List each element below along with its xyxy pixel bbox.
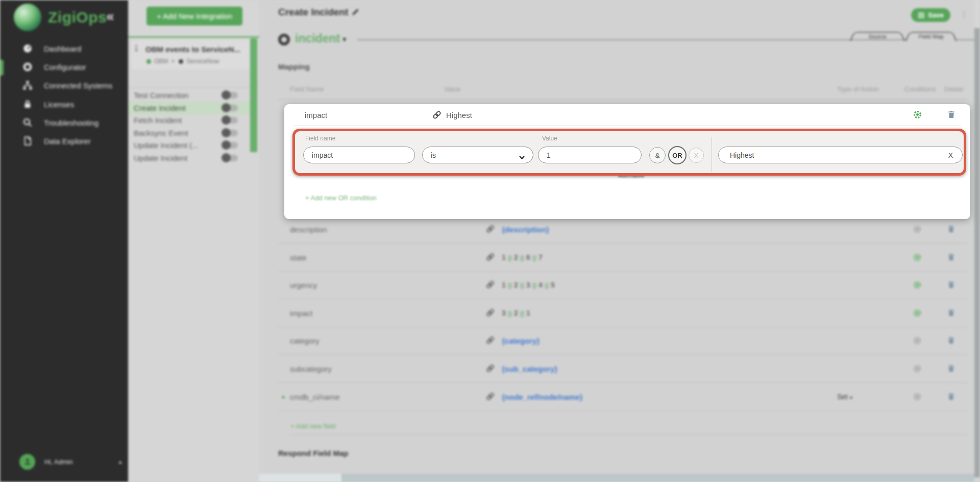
integration-item[interactable]	[131, 40, 256, 69]
delete-trash-icon[interactable]	[947, 109, 956, 119]
value-label: Value	[542, 135, 557, 142]
sidebar-item-licenses[interactable]: Licenses	[0, 95, 128, 113]
action-select[interactable]: Set ▾	[837, 393, 852, 401]
operation-test-connection[interactable]: Test Connection	[128, 89, 250, 102]
column-conditions: Conditions	[904, 85, 936, 93]
sidebar-item-connected-systems[interactable]: Connected Systems	[0, 76, 128, 94]
link-icon	[486, 225, 495, 233]
entity-icon	[278, 34, 290, 45]
integration-subtitle: OBM > ServiceNow	[146, 58, 219, 65]
operation-toggle[interactable]	[223, 105, 238, 111]
clear-value-icon[interactable]: X	[948, 151, 953, 159]
focus-row-value: Highest	[446, 111, 472, 119]
operation-update-incident-1[interactable]: Update Incident (...	[128, 139, 250, 152]
column-type-of-action: Type of Action	[837, 85, 879, 93]
conditions-gear-icon[interactable]	[913, 110, 922, 119]
user-greeting: Hi, Admin	[44, 458, 73, 466]
column-field-name: Field Name	[290, 85, 324, 93]
table-row-impact[interactable]: impact 3||2||1	[278, 299, 967, 327]
sidebar-item-dashboard[interactable]: Dashboard	[0, 39, 128, 58]
table-row-subcategory[interactable]: subcategory {sub_category}	[278, 355, 967, 383]
expand-arrow-icon[interactable]: ▸	[282, 393, 285, 400]
chevron-down-icon[interactable]: ▾	[342, 35, 347, 44]
column-value: Value	[444, 85, 460, 93]
conditions-gear-icon[interactable]	[913, 308, 922, 318]
drag-handle-icon[interactable]	[132, 44, 140, 66]
delete-trash-icon[interactable]	[947, 308, 955, 318]
list-divider	[128, 87, 259, 88]
tab-source[interactable]: Source	[850, 32, 905, 41]
lock-icon	[22, 99, 33, 109]
chevron-up-icon: ▴	[119, 459, 122, 465]
sidebar: ZigiOps « Dashboard Configurator Connect…	[0, 0, 128, 482]
conditions-gear-icon[interactable]	[913, 253, 922, 262]
sidebar-item-data-explorer[interactable]: Data Explorer	[0, 132, 128, 150]
operation-create-incident[interactable]: Create Incident	[128, 102, 250, 114]
sidebar-item-troubleshooting[interactable]: Troubleshooting	[0, 113, 128, 132]
kebab-menu-icon[interactable]: ⋮	[960, 9, 968, 20]
operation-toggle[interactable]	[223, 130, 238, 136]
delete-trash-icon[interactable]	[947, 364, 955, 373]
delete-trash-icon[interactable]	[947, 392, 955, 401]
sidebar-collapse-icon[interactable]: «	[106, 8, 114, 25]
dashboard-icon	[22, 43, 33, 54]
delete-trash-icon[interactable]	[947, 280, 955, 290]
conditions-gear-icon[interactable]	[913, 280, 922, 290]
conditions-gear-icon[interactable]	[913, 336, 922, 345]
operation-fetch-incident[interactable]: Fetch Incident	[128, 114, 250, 127]
and-condition-button[interactable]: &	[649, 147, 666, 163]
operation-toggle[interactable]	[223, 142, 238, 149]
operation-toggle[interactable]	[223, 117, 238, 124]
focus-row[interactable]: impact Highest	[293, 104, 961, 126]
link-icon	[486, 280, 495, 289]
operation-backsync-event[interactable]: Backsync Event	[128, 127, 250, 139]
conditions-gear-icon[interactable]	[913, 364, 922, 373]
chevron-down-icon	[519, 153, 525, 157]
focus-row-field: impact	[305, 111, 327, 119]
result-value-field[interactable]: Highest X	[718, 147, 963, 163]
integration-source: OBM	[154, 58, 168, 65]
vertical-scrollbar-thumb[interactable]	[974, 28, 980, 477]
sidebar-item-configurator[interactable]: Configurator	[0, 58, 128, 76]
operation-toggle[interactable]	[223, 92, 238, 99]
conditions-gear-icon[interactable]	[913, 392, 922, 401]
respond-field-map-title: Respond Field Map	[278, 449, 349, 457]
mapping-section-title: Mapping	[278, 62, 310, 71]
add-or-condition-link[interactable]: + Add new OR condition	[305, 194, 377, 202]
add-new-field-link[interactable]: + Add new field	[290, 422, 336, 430]
delete-trash-icon[interactable]	[947, 224, 955, 234]
save-button[interactable]: Save	[911, 8, 950, 22]
entity-selector[interactable]: incident	[295, 32, 340, 45]
edit-pencil-icon[interactable]	[351, 8, 360, 16]
integration-arrow: >	[171, 58, 175, 65]
horizontal-scrollbar-thumb[interactable]	[341, 474, 980, 482]
table-row-cmdb-ci-name[interactable]: ▸ cmdb_ci/name {node_ref/node/name} Set …	[278, 383, 967, 411]
conditions-gear-icon[interactable]	[913, 225, 922, 234]
table-row-urgency[interactable]: urgency 1||2||3||4||5	[278, 271, 967, 299]
panel-scrollbar[interactable]	[250, 38, 257, 152]
condition-value-input[interactable]	[538, 147, 642, 163]
link-icon	[486, 392, 495, 401]
table-row-description[interactable]: description {description}	[278, 215, 967, 244]
link-icon	[486, 308, 495, 317]
vertical-scrollbar[interactable]	[974, 0, 980, 482]
link-icon	[486, 253, 495, 261]
link-icon	[486, 336, 495, 345]
remove-condition-button[interactable]: X	[689, 148, 704, 163]
add-new-integration-button[interactable]: + Add New Integration	[146, 7, 242, 26]
operation-update-incident-2[interactable]: Update Incident	[128, 152, 250, 164]
operation-toggle[interactable]	[223, 155, 238, 161]
section-rule	[290, 435, 967, 435]
condition-field-input[interactable]	[303, 147, 415, 163]
or-condition-button[interactable]: OR	[668, 146, 687, 164]
tab-field-map[interactable]: Field Map	[905, 32, 957, 41]
table-row-category[interactable]: category {category}	[278, 327, 967, 355]
expanded-mapping-card: impact Highest Alternative Field name Va…	[284, 104, 970, 219]
table-row-state[interactable]: state 1||2||6||7	[278, 244, 967, 272]
user-menu[interactable]: Hi, Admin ▴	[0, 451, 128, 472]
horizontal-scrollbar[interactable]	[259, 474, 980, 482]
delete-trash-icon[interactable]	[947, 335, 955, 345]
operator-select[interactable]: is	[422, 147, 533, 163]
link-icon	[432, 110, 442, 119]
delete-trash-icon[interactable]	[947, 252, 955, 262]
